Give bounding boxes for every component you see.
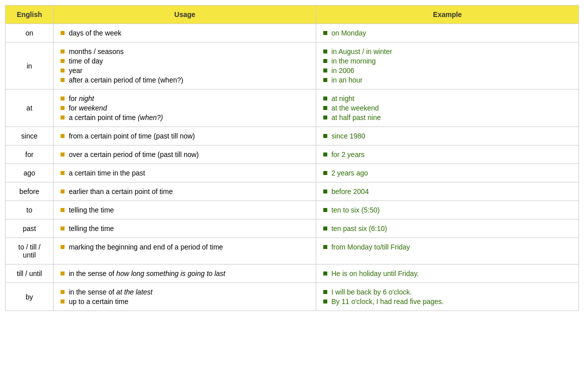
example-item: for 2 years (323, 150, 571, 158)
usage-cell: months / seasonstime of dayyearafter a c… (54, 42, 316, 90)
usage-item: marking the beginning and end of a perio… (61, 243, 309, 251)
table-row: past telling the time ten past six (6:10… (6, 220, 579, 238)
example-item: before 2004 (323, 188, 571, 196)
english-cell: since (6, 127, 54, 146)
example-cell: ten past six (6:10) (316, 220, 579, 238)
usage-cell: for nightfor weekenda certain point of t… (54, 90, 316, 127)
usage-item: for weekend (61, 104, 309, 112)
english-cell: on (6, 24, 54, 42)
example-cell: ten to six (5:50) (316, 201, 579, 220)
english-cell: till / until (6, 264, 54, 283)
usage-cell: in the sense of how long something is go… (54, 264, 316, 283)
example-cell: in August / in winterin the morningin 20… (316, 42, 579, 90)
table-row: to / till /until marking the beginning a… (6, 238, 579, 264)
example-item: at the weekend (323, 104, 571, 112)
english-cell: ago (6, 164, 54, 182)
table-row: since from a certain point of time (past… (6, 127, 579, 146)
english-cell: in (6, 42, 54, 90)
example-item: in 2006 (323, 66, 571, 74)
table-row: in months / seasonstime of dayyearafter … (6, 42, 579, 90)
usage-cell: a certain time in the past (54, 164, 316, 182)
table-row: ago a certain time in the past 2 years a… (6, 164, 579, 182)
usage-item: telling the time (61, 206, 309, 214)
example-item: ten to six (5:50) (323, 206, 571, 214)
usage-item: telling the time (61, 224, 309, 232)
example-cell: He is on holiday until Friday. (316, 264, 579, 283)
example-item: ten past six (6:10) (323, 224, 571, 232)
header-example: Example (316, 6, 579, 24)
usage-item: days of the week (61, 29, 309, 37)
usage-item: over a certain period of time (past till… (61, 150, 309, 158)
usage-item: from a certain point of time (past till … (61, 132, 309, 140)
usage-item: time of day (61, 57, 309, 65)
example-item: in August / in winter (323, 48, 571, 56)
usage-item: months / seasons (61, 48, 309, 56)
table-row: for over a certain period of time (past … (6, 146, 579, 164)
usage-cell: marking the beginning and end of a perio… (54, 238, 316, 264)
usage-item: in the sense of at the latest (61, 288, 309, 296)
example-cell: before 2004 (316, 182, 579, 201)
example-item: at half past nine (323, 114, 571, 122)
usage-cell: earlier than a certain point of time (54, 182, 316, 201)
example-cell: from Monday to/till Friday (316, 238, 579, 264)
example-item: on Monday (323, 29, 571, 37)
english-cell: past (6, 220, 54, 238)
example-item: in the morning (323, 57, 571, 65)
table-row: on days of the week on Monday (6, 24, 579, 42)
example-cell: on Monday (316, 24, 579, 42)
table-row: to telling the time ten to six (5:50) (6, 201, 579, 220)
table-row: by in the sense of at the latestup to a … (6, 283, 579, 311)
usage-cell: over a certain period of time (past till… (54, 146, 316, 164)
usage-item: a certain time in the past (61, 169, 309, 177)
english-cell: to (6, 201, 54, 220)
usage-cell: telling the time (54, 220, 316, 238)
table-row: before earlier than a certain point of t… (6, 182, 579, 201)
example-item: from Monday to/till Friday (323, 243, 571, 251)
example-item: He is on holiday until Friday. (323, 270, 571, 278)
english-cell: for (6, 146, 54, 164)
usage-item: year (61, 66, 309, 74)
usage-cell: in the sense of at the latestup to a cer… (54, 283, 316, 311)
example-cell: at nightat the weekendat half past nine (316, 90, 579, 127)
table-row: at for nightfor weekenda certain point o… (6, 90, 579, 127)
usage-item: for night (61, 94, 309, 102)
english-cell: by (6, 283, 54, 311)
example-cell: since 1980 (316, 127, 579, 146)
example-cell: for 2 years (316, 146, 579, 164)
usage-item: a certain point of time (when?) (61, 114, 309, 122)
header-english: English (6, 6, 54, 24)
english-cell: before (6, 182, 54, 201)
usage-item: after a certain period of time (when?) (61, 76, 309, 84)
example-item: 2 years ago (323, 169, 571, 177)
example-item: since 1980 (323, 132, 571, 140)
example-item: I will be back by 6 o'clock. (323, 288, 571, 296)
usage-item: earlier than a certain point of time (61, 188, 309, 196)
example-cell: I will be back by 6 o'clock.By 11 o'cloc… (316, 283, 579, 311)
header-usage: Usage (54, 6, 316, 24)
english-cell: at (6, 90, 54, 127)
prepositions-table: English Usage Example on days of the wee… (5, 5, 579, 311)
example-cell: 2 years ago (316, 164, 579, 182)
english-cell: to / till /until (6, 238, 54, 264)
usage-item: up to a certain time (61, 298, 309, 306)
example-item: in an hour (323, 76, 571, 84)
usage-cell: from a certain point of time (past till … (54, 127, 316, 146)
usage-cell: telling the time (54, 201, 316, 220)
usage-cell: days of the week (54, 24, 316, 42)
example-item: at night (323, 94, 571, 102)
usage-item: in the sense of how long something is go… (61, 270, 309, 278)
table-row: till / until in the sense of how long so… (6, 264, 579, 283)
example-item: By 11 o'clock, I had read five pages. (323, 298, 571, 306)
